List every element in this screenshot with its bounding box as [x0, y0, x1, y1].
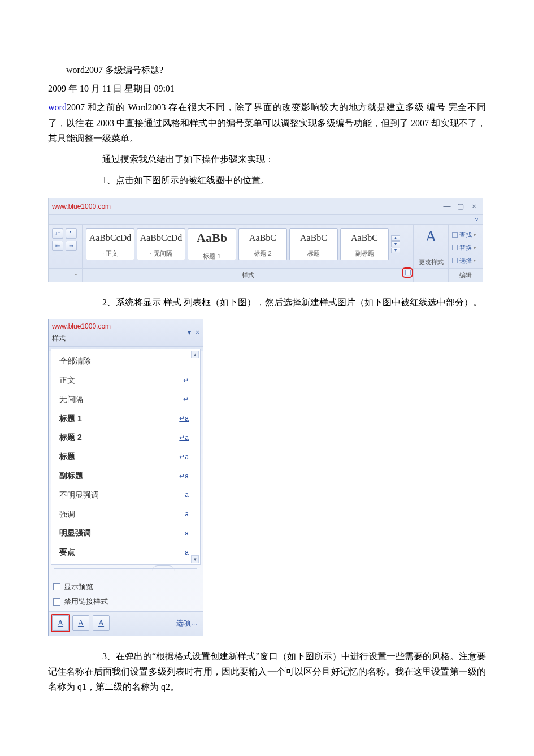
edit-item-label: 替换 [459, 243, 472, 253]
style-list-item[interactable]: 标题↵a [51, 447, 200, 466]
ribbon-group-editing: 查找 ▾替换 ▾选择 ▾ [449, 225, 483, 268]
style-list-item[interactable]: 不明显强调a [51, 486, 200, 505]
style-list-item[interactable]: 明显强调a [51, 524, 200, 543]
chevron-down-icon: ▾ [391, 241, 400, 247]
style-inspector-button[interactable]: A [72, 615, 89, 631]
style-tile[interactable]: AaBbCcDd· 正文 [86, 228, 134, 260]
style-tile[interactable]: AaBbC副标题 [340, 228, 389, 260]
style-tile-label: · 正文 [102, 248, 118, 259]
style-list-item[interactable]: 要点a [51, 543, 200, 562]
style-list-item[interactable]: 强调a [51, 505, 200, 524]
checkbox-icon [53, 583, 60, 590]
intro-text: 2007 和之前的 Word2003 存在很大不同，除了界面的改变影响较大的地方… [48, 102, 486, 142]
styles-pane-title: 样式 [52, 334, 66, 342]
style-list-item[interactable]: 副标题↵a [51, 466, 200, 486]
style-preview-text: AaBbCcDd [140, 230, 183, 245]
style-tile[interactable]: AaBb标题 1 [188, 228, 236, 260]
red-highlight-circle [402, 267, 413, 278]
edit-item-icon [452, 245, 458, 250]
style-list-item[interactable]: 无间隔↵ [51, 390, 200, 409]
ribbon-watermark: www.blue1000.com [52, 201, 111, 212]
style-type-icon: ↵a [179, 470, 189, 482]
styles-pane-buttons: A A A [52, 615, 110, 631]
style-preview-text: AaBb [197, 227, 227, 248]
step-1-text: 1、点击如下图所示的被红线圈中的位置。 [48, 172, 486, 188]
styles-pane-watermark: www.blue1000.com [52, 322, 111, 330]
show-preview-label: 显示预览 [64, 581, 93, 593]
ribbon-footer: ⌄ 样式 编辑 [49, 268, 483, 282]
style-tile-label: 副标题 [355, 248, 374, 259]
ribbon-footer-paragraph: ⌄ [49, 269, 83, 282]
style-list-item[interactable]: 正文↵ [51, 371, 200, 390]
chevron-down-icon: ▾ [474, 257, 476, 265]
style-preview-text: AaBbC [351, 230, 378, 245]
summary-line: 通过摸索我总结出了如下操作步骤来实现： [48, 152, 486, 167]
styles-options-link[interactable]: 选项... [176, 617, 197, 629]
style-type-icon: a [185, 508, 189, 520]
style-tile-label: 标题 1 [203, 251, 220, 262]
chevron-up-icon: ▴ [391, 235, 400, 241]
ribbon-body: ↓↑ ¶ ⇤ ⇥ AaBbCcDd· 正文AaBbCcDd· 无间隔AaBb标题… [49, 225, 483, 268]
styles-pane-options: 显示预览 禁用链接样式 [49, 576, 203, 611]
chevron-down-icon: ▾ [474, 231, 476, 239]
style-preview-text: AaBbC [249, 230, 276, 245]
style-tile[interactable]: AaBbCcDd· 无间隔 [137, 228, 185, 260]
close-icon[interactable]: × [470, 200, 478, 213]
pilcrow-button[interactable]: ¶ [66, 228, 77, 239]
style-type-icon: ↵ [183, 375, 189, 386]
document-page: word2007 多级编号标题? 2009 年 10 月 11 日 星期日 09… [0, 0, 534, 756]
style-type-icon: ↵a [179, 413, 189, 424]
manage-styles-button[interactable]: A [93, 615, 110, 631]
styles-pane-close-icon[interactable]: × [196, 327, 199, 338]
help-icon[interactable]: ? [475, 215, 478, 224]
chevron-down-icon: ▾ [474, 244, 476, 252]
disable-linked-checkbox[interactable]: 禁用链接样式 [53, 595, 198, 608]
ribbon-tabbar: ? [49, 215, 483, 225]
indent-left-button[interactable]: ⇤ [52, 241, 63, 251]
style-name: 正文 [59, 374, 75, 387]
edit-item[interactable]: 选择 ▾ [452, 256, 479, 266]
dialog-launcher-icon[interactable]: ⌄ [74, 270, 79, 280]
maximize-icon[interactable]: ▢ [457, 200, 464, 213]
indent-right-button[interactable]: ⇥ [66, 241, 77, 251]
style-type-icon: a [185, 528, 189, 539]
step-3-text: 3、在弹出的“根据格式设置创建新样式”窗口（如下图所示）中进行设置一些需要的风格… [48, 649, 486, 695]
scroll-up-icon[interactable]: ▴ [191, 351, 199, 358]
change-style-label: 更改样式 [419, 257, 444, 267]
step-2-text: 2、系统将显示 样式 列表框（如下图），然后选择新建样式图片（如下图中被红线选中… [48, 295, 486, 310]
style-name: 强调 [59, 508, 75, 521]
styles-pane-bottom: A A A 选项... [49, 611, 203, 636]
style-gallery[interactable]: AaBbCcDd· 正文AaBbCcDd· 无间隔AaBb标题 1AaBbC标题… [86, 228, 410, 262]
style-name: 标题 1 [59, 412, 82, 426]
word-link[interactable]: word [48, 102, 67, 112]
style-list-item[interactable]: 全部清除 [51, 352, 200, 371]
edit-item-label: 查找 [459, 230, 472, 240]
gallery-scroll[interactable]: ▴▾▾ [391, 228, 400, 260]
scroll-down-icon[interactable]: ▾ [191, 555, 199, 563]
intro-paragraph: word2007 和之前的 Word2003 存在很大不同，除了界面的改变影响较… [48, 100, 486, 146]
style-type-icon: ↵a [179, 451, 189, 463]
style-list-item[interactable]: 标题 1↵a [51, 409, 200, 429]
sort-button[interactable]: ↓↑ [52, 228, 63, 239]
style-tile[interactable]: AaBbC标题 [289, 228, 338, 260]
article-datetime: 2009 年 10 月 11 日 星期日 09:01 [48, 81, 486, 96]
style-name: 标题 2 [59, 431, 82, 444]
styles-pane-titlebar: www.blue1000.com 样式 ▾ × [49, 319, 203, 347]
style-type-icon: a [185, 489, 189, 500]
ribbon-group-change-style[interactable]: A 更改样式 [414, 225, 449, 268]
style-tile-label: 标题 2 [254, 248, 271, 259]
window-buttons: — ▢ × [443, 200, 478, 213]
more-icon: ▾ [391, 248, 400, 253]
minimize-icon[interactable]: — [443, 200, 451, 213]
style-name: 不明显强调 [59, 489, 99, 502]
edit-item[interactable]: 替换 ▾ [452, 243, 479, 253]
change-style-icon: A [425, 228, 436, 244]
ribbon-footer-changestyle [414, 269, 449, 282]
style-tile[interactable]: AaBbC标题 2 [238, 228, 287, 260]
style-list-item[interactable]: 标题 2↵a [51, 428, 200, 447]
edit-item[interactable]: 查找 ▾ [452, 230, 479, 240]
edit-item-icon [452, 232, 458, 238]
styles-pane-dropdown-icon[interactable]: ▾ [188, 327, 191, 338]
show-preview-checkbox[interactable]: 显示预览 [53, 581, 198, 593]
ribbon-group-styles: AaBbCcDd· 正文AaBbCcDd· 无间隔AaBb标题 1AaBbC标题… [83, 225, 414, 268]
